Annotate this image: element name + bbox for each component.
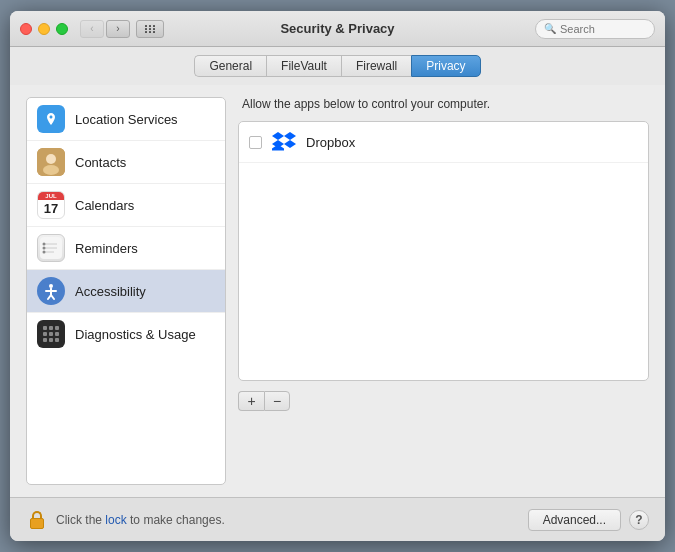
nav-buttons: ‹ › [80,20,130,38]
list-controls: + − [238,391,649,411]
calendars-icon: JUL 17 [37,191,65,219]
svg-point-1 [46,154,56,164]
search-box[interactable]: 🔍 [535,19,655,39]
diagnostics-icon [37,320,65,348]
svg-point-7 [43,243,46,246]
tab-firewall[interactable]: Firewall [341,55,411,77]
tabs-bar: General FileVault Firewall Privacy [10,47,665,85]
lock-box [30,518,44,529]
dropbox-checkbox[interactable] [249,136,262,149]
advanced-button[interactable]: Advanced... [528,509,621,531]
reminders-icon [37,234,65,262]
sidebar-item-reminders[interactable]: Reminders [27,227,225,270]
svg-rect-23 [43,338,47,342]
lock-link[interactable]: lock [105,513,126,527]
grid-button[interactable] [136,20,164,38]
remove-app-button[interactable]: − [264,391,290,411]
location-icon [37,105,65,133]
tab-filevault[interactable]: FileVault [266,55,341,77]
sidebar-label-calendars: Calendars [75,198,134,213]
accessibility-icon [37,277,65,305]
back-button[interactable]: ‹ [80,20,104,38]
main-content: Location Services Contacts JUL 17 [10,85,665,497]
svg-rect-22 [55,332,59,336]
svg-rect-25 [55,338,59,342]
lock-icon-area: Click the lock to make changes. [26,508,225,532]
svg-point-2 [43,165,59,175]
sidebar-label-location: Location Services [75,112,178,127]
tab-general[interactable]: General [194,55,266,77]
main-window: ‹ › Security & Privacy 🔍 General FileVau… [10,11,665,541]
close-button[interactable] [20,23,32,35]
bottom-bar: Click the lock to make changes. Advanced… [10,497,665,541]
svg-rect-17 [43,326,47,330]
lock-body [30,511,44,529]
svg-point-9 [43,251,46,254]
lock-icon[interactable] [26,508,48,532]
titlebar: ‹ › Security & Privacy 🔍 [10,11,665,47]
sidebar-label-diagnostics: Diagnostics & Usage [75,327,196,342]
tab-privacy[interactable]: Privacy [411,55,480,77]
apps-list: Dropbox [238,121,649,381]
svg-point-11 [49,284,53,288]
window-title: Security & Privacy [280,21,394,36]
dropbox-icon [272,130,296,154]
svg-point-8 [43,247,46,250]
lock-shackle [32,511,42,518]
sidebar: Location Services Contacts JUL 17 [26,97,226,485]
right-panel: Allow the apps below to control your com… [238,97,649,485]
maximize-button[interactable] [56,23,68,35]
svg-rect-20 [43,332,47,336]
sidebar-item-diagnostics[interactable]: Diagnostics & Usage [27,313,225,355]
help-button[interactable]: ? [629,510,649,530]
sidebar-label-contacts: Contacts [75,155,126,170]
sidebar-label-reminders: Reminders [75,241,138,256]
svg-rect-24 [49,338,53,342]
search-input[interactable] [560,23,640,35]
search-icon: 🔍 [544,23,556,34]
svg-rect-19 [55,326,59,330]
add-app-button[interactable]: + [238,391,264,411]
svg-rect-18 [49,326,53,330]
lock-text: Click the lock to make changes. [56,513,225,527]
app-name-dropbox: Dropbox [306,135,355,150]
grid-icon [145,25,156,33]
forward-button[interactable]: › [106,20,130,38]
minimize-button[interactable] [38,23,50,35]
svg-rect-21 [49,332,53,336]
sidebar-item-calendars[interactable]: JUL 17 Calendars [27,184,225,227]
contacts-icon [37,148,65,176]
panel-description: Allow the apps below to control your com… [238,97,649,111]
traffic-lights [20,23,68,35]
sidebar-item-accessibility[interactable]: Accessibility [27,270,225,313]
sidebar-item-contacts[interactable]: Contacts [27,141,225,184]
app-row-dropbox: Dropbox [239,122,648,163]
sidebar-label-accessibility: Accessibility [75,284,146,299]
sidebar-item-location[interactable]: Location Services [27,98,225,141]
